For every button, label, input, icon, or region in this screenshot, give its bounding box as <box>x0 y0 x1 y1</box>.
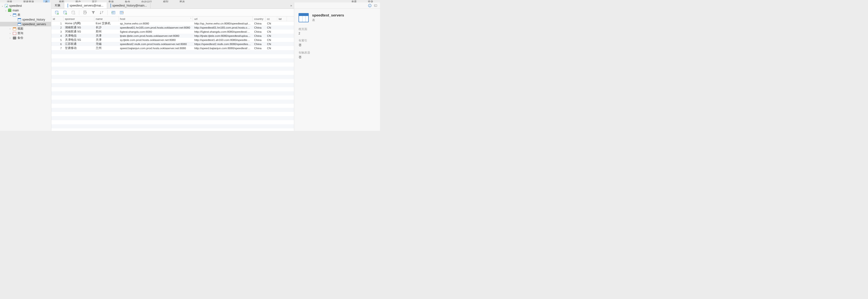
cell-name[interactable]: 郑州 <box>94 30 119 33</box>
cell-host[interactable]: speedtest01.hn165.com.prod.hosts.ooklase… <box>119 26 193 29</box>
table-row[interactable] <box>51 120 294 124</box>
cell-host[interactable]: speedtest2.niutk.com.prod.hosts.ooklaser… <box>119 43 193 46</box>
filter-button[interactable] <box>90 10 96 16</box>
tree-connection[interactable]: ⌄ speedtest <box>0 3 51 8</box>
tab-history[interactable]: speedtest_history@main... <box>107 2 151 8</box>
table-row[interactable] <box>51 116 294 120</box>
cell-name[interactable]: 天津 <box>94 34 119 37</box>
col-host[interactable]: host⌃ <box>119 17 193 21</box>
cell-url[interactable]: http://sp_home.eeho.cn:8080/speedtest/up… <box>193 22 253 25</box>
ddl-icon[interactable] <box>374 4 377 7</box>
cell-url[interactable]: http://speed.bajianjun.com:8080/speedtes… <box>193 47 253 50</box>
table-row[interactable] <box>51 112 294 116</box>
cell-id[interactable]: 1 <box>51 22 63 25</box>
cell-sponsor[interactable]: 甘肃移动 <box>63 46 94 50</box>
export-button[interactable] <box>119 10 125 16</box>
cell-country[interactable]: China <box>253 26 266 29</box>
col-sponsor[interactable]: sponsor <box>63 17 94 21</box>
cell-host[interactable]: tjrate.tjtele.com.prod.hosts.ooklaserver… <box>119 34 193 37</box>
tree-backups-group[interactable]: › 备份 <box>0 36 51 40</box>
tree-queries-group[interactable]: › 查询 <box>0 31 51 36</box>
cell-url[interactable]: http://tjrate.tjtele.com:8080/speedtest/… <box>193 34 253 37</box>
cell-url[interactable]: https://speedtest2.niutk.com:8080/speedt… <box>193 43 253 46</box>
cell-id[interactable]: 4 <box>51 34 63 37</box>
table-row[interactable]: 2湖南联通 5G长沙speedtest01.hn165.com.prod.hos… <box>51 25 294 30</box>
col-country[interactable]: country <box>253 17 266 21</box>
tabs-overflow[interactable]: » <box>290 2 294 8</box>
col-name[interactable]: name <box>94 17 119 21</box>
col-url[interactable]: url <box>193 17 253 21</box>
table-row[interactable] <box>51 79 294 83</box>
table-row[interactable] <box>51 71 294 75</box>
col-id[interactable]: id <box>51 17 63 21</box>
cell-url[interactable]: http://speedtest1.ah163.com:8080/speedte… <box>193 38 253 41</box>
import-button[interactable] <box>111 10 116 16</box>
cell-name[interactable]: 兰州 <box>94 46 119 50</box>
cell-country[interactable]: China <box>253 43 266 46</box>
cell-country[interactable]: China <box>253 47 266 50</box>
cell-cc[interactable]: CN <box>266 30 277 33</box>
cell-sponsor[interactable]: 天津电信 5G <box>63 38 94 42</box>
table-row[interactable] <box>51 95 294 99</box>
cell-id[interactable]: 3 <box>51 30 63 33</box>
text-edit-button[interactable] <box>82 10 88 16</box>
cell-country[interactable]: China <box>253 38 266 41</box>
tree-table-servers[interactable]: speedtest_servers <box>0 22 51 26</box>
cell-sponsor[interactable]: Home (内网) <box>63 22 94 25</box>
cell-id[interactable]: 5 <box>51 38 63 41</box>
col-cc[interactable]: cc <box>266 17 277 21</box>
data-grid[interactable]: id sponsor name host⌃ url country cc lat… <box>51 17 294 131</box>
table-row[interactable] <box>51 83 294 87</box>
tab-servers[interactable]: speedtest_servers@mai... <box>64 2 107 8</box>
table-row[interactable]: 7甘肃移动兰州speed.bajianjun.com.prod.hosts.oo… <box>51 46 294 50</box>
cell-url[interactable]: http://5gtest.shangdu.com:8080/speedtest… <box>193 30 253 33</box>
table-row[interactable] <box>51 87 294 91</box>
cell-sponsor[interactable]: 河南联通 5G <box>63 30 94 33</box>
cell-name[interactable]: Esxi 交换机 <box>94 22 119 25</box>
cell-sponsor[interactable]: 湖南联通 5G <box>63 26 94 29</box>
cell-url[interactable]: http://speedtest01.hn165.com.prod.hosts.… <box>193 26 253 29</box>
table-row[interactable] <box>51 54 294 58</box>
cell-cc[interactable]: CN <box>266 34 277 37</box>
col-lat[interactable]: lat <box>277 17 287 21</box>
table-row[interactable] <box>51 128 294 131</box>
cell-name[interactable]: 无锡 <box>94 42 119 46</box>
cell-host[interactable]: sp_home.eeho.cn:8080 <box>119 22 193 25</box>
cell-country[interactable]: China <box>253 34 266 37</box>
tree-views-group[interactable]: › 视图 <box>0 26 51 31</box>
cell-cc[interactable]: CN <box>266 38 277 41</box>
cell-host[interactable]: sy.tjtele.com.prod.hosts.ooklaserver.net… <box>119 38 193 41</box>
cell-host[interactable]: speed.bajianjun.com.prod.hosts.ooklaserv… <box>119 47 193 50</box>
table-row[interactable]: 5天津电信 5G天津sy.tjtele.com.prod.hosts.ookla… <box>51 38 294 42</box>
commit-button[interactable] <box>62 10 68 16</box>
tree-database[interactable]: ⌄ main <box>0 8 51 12</box>
cell-name[interactable]: 长沙 <box>94 26 119 29</box>
cell-cc[interactable]: CN <box>266 47 277 50</box>
table-row[interactable]: 4天津电信天津tjrate.tjtele.com.prod.hosts.ookl… <box>51 34 294 38</box>
table-row[interactable]: 3河南联通 5G郑州5gtest.shangdu.com:8080http://… <box>51 30 294 34</box>
tree-table-history[interactable]: speedtest_history <box>0 17 51 22</box>
table-row[interactable] <box>51 58 294 62</box>
cell-id[interactable]: 6 <box>51 43 63 46</box>
table-row[interactable]: 1Home (内网)Esxi 交换机sp_home.eeho.cn:8080ht… <box>51 21 294 25</box>
cell-host[interactable]: 5gtest.shangdu.com:8080 <box>119 30 193 33</box>
table-row[interactable] <box>51 67 294 71</box>
table-row[interactable] <box>51 99 294 104</box>
begin-transaction-button[interactable] <box>54 10 60 16</box>
table-row[interactable]: 6江苏联通无锡speedtest2.niutk.com.prod.hosts.o… <box>51 42 294 46</box>
table-row[interactable] <box>51 91 294 95</box>
cell-country[interactable]: China <box>253 22 266 25</box>
cell-id[interactable]: 7 <box>51 47 63 50</box>
rollback-button[interactable] <box>70 10 76 16</box>
table-row[interactable] <box>51 75 294 79</box>
sort-button[interactable] <box>99 10 104 16</box>
cell-name[interactable]: 天津 <box>94 38 119 42</box>
info-icon[interactable] <box>368 4 372 7</box>
table-row[interactable] <box>51 108 294 112</box>
table-row[interactable] <box>51 104 294 108</box>
tree-tables-group[interactable]: ⌄ 表 <box>0 12 51 17</box>
cell-country[interactable]: China <box>253 30 266 33</box>
cell-sponsor[interactable]: 天津电信 <box>63 34 94 37</box>
table-row[interactable] <box>51 62 294 67</box>
cell-cc[interactable]: CN <box>266 26 277 29</box>
